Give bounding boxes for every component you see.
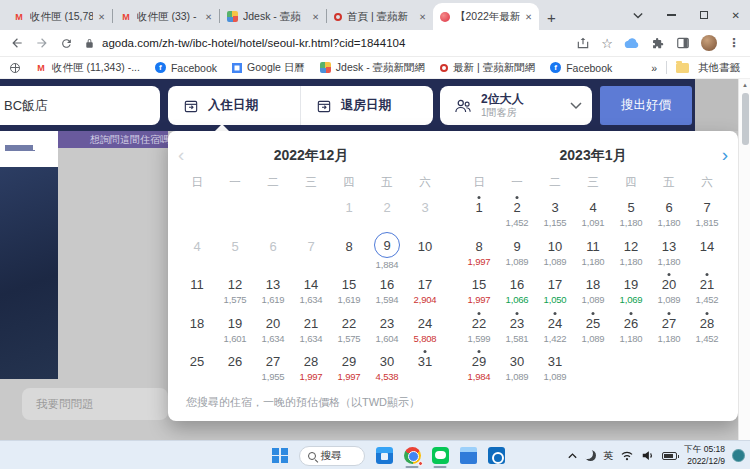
- tab-close-icon[interactable]: ✕: [205, 12, 212, 22]
- browser-tab-5[interactable]: 【2022年最新✕: [433, 3, 539, 30]
- guests-selector[interactable]: 2位大人 1間客房: [440, 86, 592, 125]
- taskbar-line-button[interactable]: [432, 441, 449, 469]
- date-cell-30[interactable]: 304,538: [368, 349, 406, 388]
- date-cell-31[interactable]: 311,089: [536, 349, 574, 388]
- date-cell-17[interactable]: 171,050: [536, 272, 574, 311]
- new-tab-button[interactable]: +: [547, 10, 556, 25]
- date-cell-25[interactable]: 25: [178, 349, 216, 388]
- date-cell-21[interactable]: 211,634: [292, 311, 330, 350]
- back-icon[interactable]: [10, 36, 24, 50]
- date-cell-16[interactable]: 161,594: [368, 272, 406, 311]
- date-cell-28[interactable]: 281,452: [688, 311, 726, 350]
- date-cell-22[interactable]: 221,599: [460, 311, 498, 350]
- date-cell-12[interactable]: 121,180: [612, 234, 650, 273]
- cloud-extension-icon[interactable]: [624, 37, 640, 49]
- reload-icon[interactable]: [60, 37, 73, 50]
- date-cell-27[interactable]: 271,955: [254, 349, 292, 388]
- date-cell-15[interactable]: 151,619: [330, 272, 368, 311]
- date-cell-23[interactable]: 231,581: [498, 311, 536, 350]
- date-cell-30[interactable]: 301,089: [498, 349, 536, 388]
- date-cell-11[interactable]: 111,180: [574, 234, 612, 273]
- taskbar-windows-button[interactable]: [272, 441, 288, 469]
- maximize-button[interactable]: [700, 11, 708, 19]
- wifi-icon[interactable]: [620, 450, 634, 461]
- date-cell-17[interactable]: 172,904: [406, 272, 444, 311]
- bookmark-gcal[interactable]: Google 日曆: [232, 61, 305, 75]
- date-cell-8[interactable]: 81,997: [460, 234, 498, 273]
- taskbar-explorer-button[interactable]: [460, 441, 477, 469]
- profile-avatar[interactable]: [701, 35, 717, 51]
- date-cell-3[interactable]: 31,155: [536, 195, 574, 234]
- bookmark-apple[interactable]: 最新 | 壹蘋新聞網: [440, 61, 535, 75]
- taskbar-outlook-button[interactable]: [488, 441, 505, 469]
- date-cell-18[interactable]: 18: [178, 311, 216, 350]
- date-cell-29[interactable]: 291,997: [330, 349, 368, 388]
- date-cell-21[interactable]: 211,452: [688, 272, 726, 311]
- date-cell-19[interactable]: 191,601: [216, 311, 254, 350]
- date-cell-19[interactable]: 191,069: [612, 272, 650, 311]
- date-cell-20[interactable]: 201,089: [650, 272, 688, 311]
- side-panel-icon[interactable]: [676, 36, 690, 50]
- tab-close-icon[interactable]: ✕: [312, 12, 319, 22]
- other-bookmarks-button[interactable]: 其他書籤: [698, 61, 740, 75]
- hotel-search-input[interactable]: BC飯店: [0, 86, 160, 125]
- taskbar-search-button[interactable]: 搜尋: [299, 441, 365, 469]
- browser-tab-4[interactable]: 首頁 | 壹蘋新✕: [327, 3, 433, 30]
- taskbar-search-field[interactable]: 搜尋: [299, 446, 365, 466]
- scroll-up-icon[interactable]: ▲: [739, 82, 750, 88]
- date-cell-13[interactable]: 131,619: [254, 272, 292, 311]
- tab-close-icon[interactable]: ✕: [525, 12, 532, 22]
- date-cell-24[interactable]: 245,808: [406, 311, 444, 350]
- date-cell-15[interactable]: 151,997: [460, 272, 498, 311]
- focus-assist-moon-icon[interactable]: [585, 450, 596, 461]
- scrollbar-thumb[interactable]: [742, 93, 749, 145]
- browser-tab-2[interactable]: M收件匣 (33) - ✕: [113, 3, 219, 30]
- checkout-field[interactable]: 退房日期: [300, 86, 433, 125]
- date-cell-2[interactable]: 21,452: [498, 195, 536, 234]
- search-deals-button[interactable]: 搜出好價: [600, 86, 692, 125]
- date-cell-9[interactable]: 91,089: [498, 234, 536, 273]
- date-cell-16[interactable]: 161,066: [498, 272, 536, 311]
- battery-icon[interactable]: [662, 452, 677, 460]
- tab-close-icon[interactable]: ✕: [419, 12, 426, 22]
- bookmark-jdesk[interactable]: Jdesk - 壹蘋新聞網: [320, 61, 425, 75]
- date-cell-10[interactable]: 101,089: [536, 234, 574, 273]
- date-cell-23[interactable]: 231,604: [368, 311, 406, 350]
- share-icon[interactable]: [576, 36, 590, 50]
- browser-menu-icon[interactable]: ⋮: [728, 36, 740, 50]
- date-cell-31[interactable]: 31: [406, 349, 444, 388]
- prev-month-icon[interactable]: ‹: [178, 145, 184, 164]
- next-month-icon[interactable]: ›: [722, 145, 728, 164]
- taskbar-clock[interactable]: 下午 05:18 2022/12/9: [684, 444, 725, 466]
- date-cell-9[interactable]: 91,884: [368, 234, 406, 273]
- bookmarks-overflow-icon[interactable]: »: [651, 62, 657, 74]
- bookmark-facebook[interactable]: Facebook: [155, 62, 217, 74]
- bookmark-gmail[interactable]: M收件匣 (11,343) -...: [35, 61, 140, 75]
- date-cell-5[interactable]: 51,180: [612, 195, 650, 234]
- date-cell-13[interactable]: 131,180: [650, 234, 688, 273]
- tray-chevron-up-icon[interactable]: [567, 451, 578, 460]
- date-cell-14[interactable]: 14: [688, 234, 726, 273]
- taskbar-store-button[interactable]: [376, 441, 393, 469]
- extensions-puzzle-icon[interactable]: [651, 36, 665, 50]
- date-cell-10[interactable]: 10: [406, 234, 444, 273]
- bookmark-facebook[interactable]: Facebook: [550, 62, 612, 74]
- date-cell-28[interactable]: 281,997: [292, 349, 330, 388]
- bookmark-globe[interactable]: [10, 63, 20, 73]
- minimize-button[interactable]: [667, 14, 676, 16]
- date-cell-14[interactable]: 141,634: [292, 272, 330, 311]
- input-language-indicator[interactable]: 英: [603, 449, 613, 463]
- page-scrollbar[interactable]: ▲: [738, 79, 750, 440]
- date-cell-1[interactable]: 1: [460, 195, 498, 234]
- browser-tab-1[interactable]: M收件匣 (15,78✕: [6, 3, 112, 30]
- url-field[interactable]: agoda.com/zh-tw/ibc-hotel/hotel/seoul-kr…: [84, 37, 565, 49]
- volume-icon[interactable]: [641, 450, 655, 461]
- date-cell-22[interactable]: 221,575: [330, 311, 368, 350]
- date-cell-24[interactable]: 241,422: [536, 311, 574, 350]
- chat-question-input[interactable]: 我要問問題: [22, 388, 168, 420]
- date-cell-18[interactable]: 181,089: [574, 272, 612, 311]
- date-cell-4[interactable]: 41,091: [574, 195, 612, 234]
- date-cell-6[interactable]: 61,180: [650, 195, 688, 234]
- date-cell-8[interactable]: 8: [330, 234, 368, 273]
- tab-search-chevron-icon[interactable]: [633, 12, 643, 19]
